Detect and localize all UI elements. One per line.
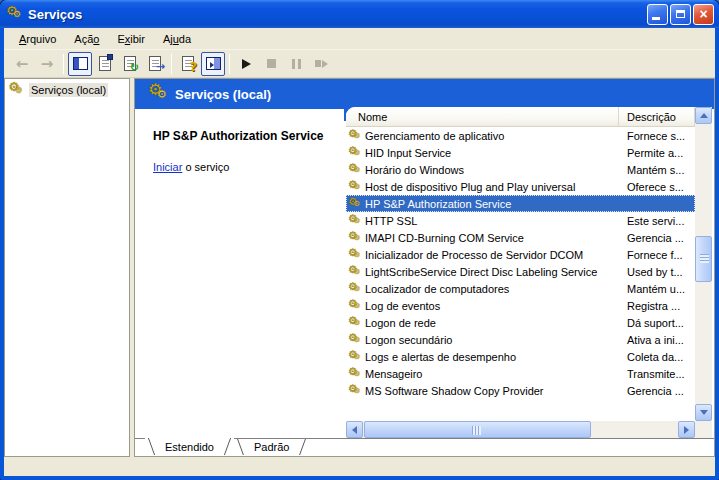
service-name: HP S&P Authorization Service: [365, 198, 511, 210]
table-row[interactable]: LightScribeService Direct Disc Labeling …: [346, 263, 695, 280]
service-description: Gerencia ...: [619, 232, 695, 244]
gear-icon: [348, 282, 360, 295]
list-header: Nome Descrição: [346, 107, 695, 127]
table-row[interactable]: Horário do Windows Mantém s...: [346, 161, 695, 178]
gear-icon: [8, 82, 25, 97]
service-description: Gerencia ...: [619, 385, 695, 397]
service-name: HTTP SSL: [365, 215, 417, 227]
minimize-icon: [652, 17, 660, 20]
service-name: Log de eventos: [365, 300, 440, 312]
view-tab[interactable]: Padrão: [234, 439, 309, 456]
properties-button[interactable]: [93, 52, 117, 76]
pause-service-button[interactable]: [284, 52, 308, 76]
table-row[interactable]: Gerenciamento de aplicativo Fornece s...: [346, 127, 695, 144]
maximize-button[interactable]: [670, 4, 691, 25]
banner-title: Serviços (local): [175, 87, 271, 102]
table-row[interactable]: HP S&P Authorization Service: [346, 195, 695, 212]
title-bar: Serviços ×: [0, 0, 719, 28]
menu-item[interactable]: Exibir: [108, 30, 154, 48]
restart-service-button[interactable]: [309, 52, 333, 76]
scroll-right-button[interactable]: [678, 421, 695, 438]
view-tab[interactable]: Estendido: [145, 438, 234, 456]
gear-icon: [348, 384, 360, 397]
scroll-down-button[interactable]: [695, 404, 712, 421]
status-bar: [4, 457, 715, 476]
table-row[interactable]: Logon secundário Ativa a ini...: [346, 331, 695, 348]
toolbar-separator: [63, 54, 64, 74]
service-description: Fornece f...: [619, 249, 695, 261]
gear-icon: [348, 231, 360, 244]
service-name: LightScribeService Direct Disc Labeling …: [365, 266, 597, 278]
play-icon: [242, 59, 251, 69]
stop-service-button[interactable]: [259, 52, 283, 76]
service-description: Fornece s...: [619, 130, 695, 142]
chevron-right-icon: [684, 426, 689, 434]
table-row[interactable]: Logon de rede Dá suport...: [346, 314, 695, 331]
menu-item[interactable]: Arquivo: [10, 30, 65, 48]
service-description: Permite a...: [619, 147, 695, 159]
chevron-up-icon: [700, 113, 708, 118]
column-header-nome[interactable]: Nome: [346, 107, 619, 126]
forward-button[interactable]: →: [35, 52, 59, 76]
table-row[interactable]: HTTP SSL Este servi...: [346, 212, 695, 229]
vertical-scroll-track[interactable]: [695, 124, 712, 404]
scroll-up-button[interactable]: [695, 107, 712, 124]
tree-item-services-local[interactable]: Serviços (local): [5, 79, 129, 100]
window-body: Arquivo Ação Exibir Ajuda ← → ↻ → ?: [4, 28, 715, 476]
vertical-scroll-thumb[interactable]: [695, 236, 712, 282]
help-button[interactable]: ?: [176, 52, 200, 76]
table-row[interactable]: IMAPI CD-Burning COM Service Gerencia ..…: [346, 229, 695, 246]
service-description: Este servi...: [619, 215, 695, 227]
export-list-button[interactable]: →: [143, 52, 167, 76]
action-pane-icon: [206, 57, 221, 70]
toolbar-separator: [229, 54, 230, 74]
refresh-button[interactable]: ↻: [118, 52, 142, 76]
selected-service-name: HP S&P Authorization Service: [153, 129, 338, 143]
menu-item[interactable]: Ação: [65, 30, 108, 48]
service-name: Inicializador de Processo de Servidor DC…: [365, 249, 583, 261]
service-name: MS Software Shadow Copy Provider: [365, 385, 544, 397]
scroll-left-button[interactable]: [346, 421, 363, 438]
service-description: Coleta da...: [619, 351, 695, 363]
gear-icon: [348, 299, 360, 312]
table-row[interactable]: Host de dispositivo Plug and Play univer…: [346, 178, 695, 195]
table-row[interactable]: Localizador de computadores Mantém u...: [346, 280, 695, 297]
action-suffix: o serviço: [182, 161, 229, 173]
table-row[interactable]: MS Software Shadow Copy Provider Gerenci…: [346, 382, 695, 399]
gear-icon: [348, 350, 360, 363]
table-row[interactable]: Mensageiro Transmite...: [346, 365, 695, 382]
table-row[interactable]: Inicializador de Processo de Servidor DC…: [346, 246, 695, 263]
start-service-link[interactable]: Iniciar: [153, 161, 182, 173]
service-description: Registra ...: [619, 300, 695, 312]
service-rows: Gerenciamento de aplicativo Fornece s...…: [346, 127, 695, 421]
horizontal-scroll-track[interactable]: [363, 421, 678, 438]
menu-bar: Arquivo Ação Exibir Ajuda: [4, 28, 715, 50]
close-button[interactable]: ×: [693, 4, 714, 25]
vertical-scrollbar: [695, 107, 712, 438]
view-tabs: Estendido Padrão: [135, 438, 714, 456]
gear-icon: [348, 333, 360, 346]
services-gear-icon: [6, 6, 24, 22]
gear-icon: [348, 367, 360, 380]
scrollbar-corner: [695, 421, 712, 438]
minimize-button[interactable]: [647, 4, 668, 25]
gear-icon: [348, 197, 360, 210]
show-console-tree-button[interactable]: [68, 52, 92, 76]
service-name: Gerenciamento de aplicativo: [365, 130, 504, 142]
table-row[interactable]: Logs e alertas de desempenho Coleta da..…: [346, 348, 695, 365]
column-header-descricao[interactable]: Descrição: [619, 107, 695, 126]
show-action-pane-button[interactable]: [201, 52, 225, 76]
service-description: Ativa a ini...: [619, 334, 695, 346]
service-name: HID Input Service: [365, 147, 451, 159]
service-name: Mensageiro: [365, 368, 422, 380]
start-service-button[interactable]: [234, 52, 258, 76]
back-button[interactable]: ←: [10, 52, 34, 76]
refresh-icon: ↻: [124, 56, 136, 71]
back-arrow-icon: ←: [16, 55, 29, 73]
table-row[interactable]: Log de eventos Registra ...: [346, 297, 695, 314]
horizontal-scroll-thumb[interactable]: [364, 421, 591, 438]
service-name: Host de dispositivo Plug and Play univer…: [365, 181, 575, 193]
menu-item[interactable]: Ajuda: [154, 30, 200, 48]
services-list-panel: Nome Descrição Gerenciamento de aplicati…: [346, 107, 712, 438]
table-row[interactable]: HID Input Service Permite a...: [346, 144, 695, 161]
